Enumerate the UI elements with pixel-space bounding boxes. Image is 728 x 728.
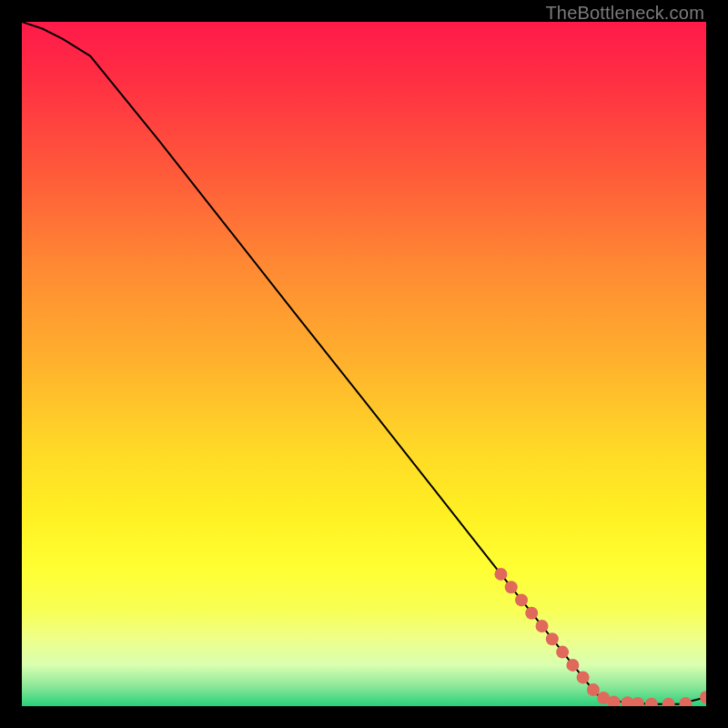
data-marker xyxy=(556,646,569,659)
data-marker xyxy=(645,698,658,706)
marker-group xyxy=(494,568,706,706)
chart-frame: TheBottleneck.com xyxy=(0,0,728,728)
data-marker xyxy=(587,683,600,696)
data-marker xyxy=(494,568,507,581)
data-marker xyxy=(536,620,549,632)
data-marker xyxy=(700,691,706,703)
data-marker xyxy=(515,593,528,606)
data-marker xyxy=(546,632,559,645)
attribution-label: TheBottleneck.com xyxy=(545,3,704,24)
data-marker xyxy=(505,581,518,593)
data-marker xyxy=(662,698,675,706)
plot-area xyxy=(22,22,706,706)
curve-line xyxy=(22,22,706,704)
data-marker xyxy=(632,697,644,706)
chart-svg xyxy=(22,22,706,706)
data-marker xyxy=(679,697,692,706)
data-marker xyxy=(566,659,579,672)
data-marker xyxy=(525,607,538,620)
data-marker xyxy=(577,671,590,683)
